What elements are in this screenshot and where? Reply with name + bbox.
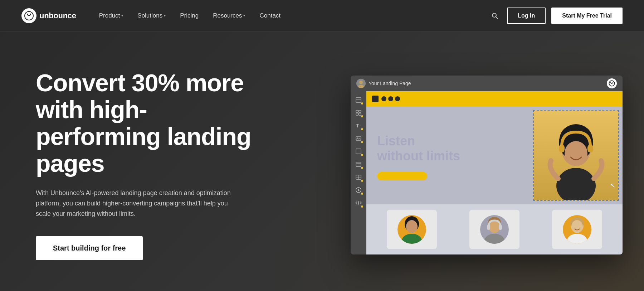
canvas-top-bar — [366, 91, 623, 106]
nav-item-resources[interactable]: Resources ▾ — [207, 9, 251, 23]
text-icon[interactable]: T — [353, 120, 364, 131]
canvas-person-image — [534, 111, 618, 200]
hero-title: Convert 30% more with high-performing la… — [36, 69, 258, 176]
search-icon[interactable] — [488, 9, 501, 22]
chevron-down-icon: ▾ — [243, 14, 245, 18]
avatar-3 — [563, 215, 591, 244]
editor-titlebar: Your Landing Page — [351, 76, 623, 91]
list-icon[interactable] — [353, 159, 364, 170]
chevron-down-icon: ▾ — [121, 14, 123, 18]
nav-actions: Log In Start My Free Trial — [488, 8, 623, 24]
nav-dot-1 — [381, 96, 386, 101]
image-icon[interactable] — [353, 133, 364, 144]
svg-point-45 — [571, 220, 583, 233]
nav-dot-3 — [395, 96, 400, 101]
nav-dot-2 — [388, 96, 393, 101]
editor-page-name: Your Landing Page — [369, 81, 411, 86]
svg-rect-16 — [356, 162, 361, 166]
svg-rect-11 — [359, 113, 361, 115]
svg-rect-8 — [356, 110, 358, 112]
hero-left: Convert 30% more with high-performing la… — [36, 69, 258, 260]
code-icon[interactable] — [353, 197, 364, 209]
canvas-bottom-row — [366, 204, 623, 254]
hero-right: Your Landing Page — [258, 76, 623, 254]
editor-logo-icon — [607, 78, 617, 88]
logo-placeholder — [372, 96, 379, 102]
avatar-card-1 — [387, 210, 437, 249]
avatar-1 — [397, 215, 426, 244]
nav-item-solutions[interactable]: Solutions ▾ — [132, 9, 171, 23]
svg-rect-31 — [587, 145, 593, 152]
canvas-headline: Listen without limits — [377, 134, 522, 163]
logo-icon — [21, 8, 36, 23]
svg-point-4 — [358, 85, 364, 88]
start-trial-button[interactable]: Start My Free Trial — [551, 8, 623, 24]
nav-dots — [381, 96, 400, 101]
svg-marker-23 — [358, 189, 360, 191]
nav-links: Product ▾ Solutions ▾ Pricing Resources … — [93, 9, 489, 23]
canvas-cta-button — [377, 172, 427, 180]
nav-item-product[interactable]: Product ▾ — [93, 9, 129, 23]
login-button[interactable]: Log In — [507, 8, 546, 24]
nav-item-pricing[interactable]: Pricing — [174, 9, 204, 23]
svg-rect-40 — [487, 225, 490, 230]
svg-line-2 — [496, 16, 498, 19]
cursor-icon: ↖ — [610, 181, 615, 189]
svg-rect-15 — [356, 149, 361, 154]
avatar — [356, 79, 366, 88]
svg-point-37 — [484, 234, 504, 244]
svg-rect-9 — [359, 110, 361, 112]
editor-body: T — [351, 91, 623, 254]
svg-line-24 — [358, 201, 359, 205]
hero-description: With Unbounce's AI-powered landing page … — [36, 188, 236, 219]
canvas-image-panel: ↖ — [533, 110, 619, 201]
svg-point-3 — [359, 81, 363, 84]
editor-window: Your Landing Page — [351, 76, 623, 254]
nav-item-contact[interactable]: Contact — [254, 9, 286, 23]
grid-icon[interactable] — [353, 107, 364, 118]
svg-rect-10 — [356, 113, 358, 115]
svg-rect-41 — [499, 225, 502, 230]
avatar-card-2 — [469, 210, 519, 249]
svg-point-14 — [357, 137, 358, 139]
editor-toolbar: T — [351, 91, 366, 254]
canvas-content: Listen without limits — [366, 106, 533, 204]
hero-section: Convert 30% more with high-performing la… — [0, 31, 644, 291]
svg-point-29 — [565, 141, 587, 166]
navbar: unbounce Product ▾ Solutions ▾ Pricing R… — [0, 0, 644, 31]
editor-canvas: Listen without limits — [366, 91, 623, 254]
svg-point-35 — [406, 220, 418, 233]
layout-icon[interactable] — [353, 94, 364, 106]
svg-point-33 — [402, 234, 422, 244]
avatar-2 — [480, 215, 509, 244]
svg-point-25 — [556, 168, 596, 200]
box-icon[interactable] — [353, 146, 364, 157]
svg-point-43 — [567, 234, 587, 244]
svg-text:T: T — [356, 123, 359, 128]
chevron-down-icon: ▾ — [164, 14, 166, 18]
play-icon[interactable] — [353, 184, 364, 196]
editor-title-left: Your Landing Page — [356, 79, 411, 88]
logo-text: unbounce — [39, 11, 76, 20]
logo[interactable]: unbounce — [21, 8, 76, 23]
svg-rect-6 — [356, 97, 361, 102]
canvas-main: Listen without limits — [366, 106, 623, 204]
table-icon[interactable] — [353, 171, 364, 183]
start-building-button[interactable]: Start building for free — [36, 236, 143, 260]
svg-rect-30 — [559, 145, 565, 152]
avatar-card-3 — [552, 210, 602, 249]
